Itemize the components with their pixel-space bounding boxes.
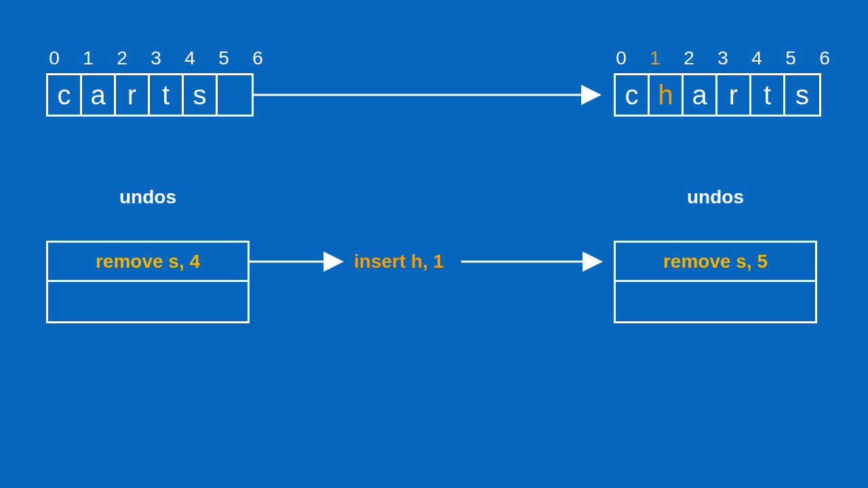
arrow-top [254,88,613,102]
array-cell: c [616,75,650,115]
index-label: 5 [774,47,808,69]
arrow-op-to-undo [461,255,614,268]
index-label: 2 [105,47,139,69]
right-array: c h a r t s [614,73,821,117]
undo-label-left: undos [46,186,250,208]
array-cell [218,75,252,115]
undo-slot-empty [616,282,815,321]
array-cell-highlighted: h [650,75,684,115]
undo-stack-left: remove s, 4 [46,241,250,323]
left-index-row: 0 1 2 3 4 5 6 [37,47,275,69]
arrow-undo-to-op [250,255,355,268]
index-label: 4 [173,47,207,69]
array-cell: r [717,75,751,115]
array-cell: a [82,75,116,115]
diagram-stage: 0 1 2 3 4 5 6 c a r t s 0 1 2 3 4 5 6 c … [0,0,868,488]
index-label: 0 [37,47,71,69]
index-label: 6 [241,47,275,69]
left-array: c a r t s [46,73,254,117]
undo-entry: remove s, 4 [96,251,200,272]
index-label: 5 [207,47,241,69]
undo-slot: remove s, 4 [48,243,248,282]
index-label: 6 [808,47,842,69]
index-label: 2 [672,47,706,69]
index-label: 3 [139,47,173,69]
array-cell: s [184,75,218,115]
right-index-row: 0 1 2 3 4 5 6 [604,47,842,69]
operation-label: insert h, 1 [354,251,443,272]
array-cell: t [751,75,785,115]
index-label: 1 [71,47,105,69]
undo-slot-empty [48,282,248,321]
index-label: 0 [604,47,638,69]
index-label-highlighted: 1 [638,47,672,69]
undo-entry: remove s, 5 [663,251,768,272]
undo-stack-right: remove s, 5 [614,241,817,323]
index-label: 4 [740,47,774,69]
array-cell: r [116,75,150,115]
array-cell: t [150,75,184,115]
array-cell: c [48,75,82,115]
array-cell: a [684,75,717,115]
undo-label-right: undos [614,186,817,208]
undo-slot: remove s, 5 [616,243,815,282]
index-label: 3 [706,47,740,69]
array-cell: s [785,75,819,115]
